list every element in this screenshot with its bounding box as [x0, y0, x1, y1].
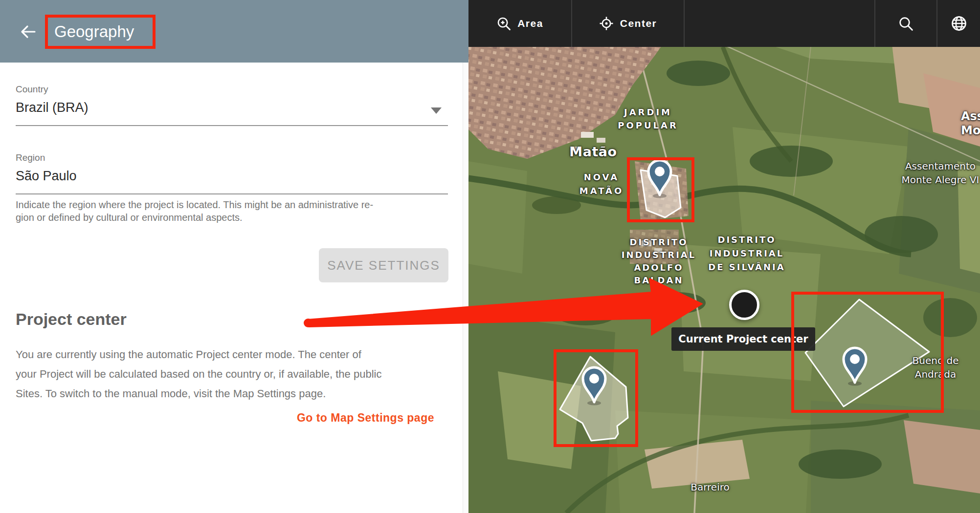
center-button-label: Center [620, 18, 657, 29]
country-label: Country [16, 84, 48, 95]
search-icon [898, 16, 913, 31]
label-distrito-silvania: INDUSTRIAL [710, 248, 784, 258]
center-button[interactable]: Center [572, 0, 684, 47]
label-distrito-baldan: INDUSTRIAL [622, 250, 696, 260]
country-underline [16, 125, 448, 126]
title-annotation-box: Geography [45, 15, 156, 49]
search-button[interactable] [875, 0, 935, 47]
label-distrito-silvania: DISTRITO [717, 235, 776, 245]
project-center-heading: Project center [16, 310, 127, 329]
label-assentamento-monte-alegre: Assentamento [905, 160, 976, 172]
project-center-line1: You are currently using the automatic Pr… [16, 348, 361, 361]
panel-header: Geography [0, 0, 468, 63]
region-input-value[interactable]: São Paulo [16, 169, 77, 184]
region-helper-line1: Indicate the region where the project is… [16, 199, 373, 210]
label-assentamento-clipped: Assen [961, 109, 980, 123]
project-center-line3: Sites. To switch to the manual mode, vis… [16, 387, 326, 400]
annotation-box-site-southwest [554, 349, 638, 447]
back-button[interactable] [19, 22, 37, 41]
chevron-down-icon[interactable] [431, 107, 442, 114]
label-barreiro: Barreiro [690, 481, 730, 493]
settings-panel: Geography Country Brazil (BRA) Region Sã… [0, 0, 468, 513]
zoom-area-icon [496, 16, 511, 31]
label-distrito-baldan: BALDAN [634, 275, 683, 285]
project-center-tooltip-text: Current Project center [678, 333, 808, 345]
label-nova-matao: NOVA [584, 172, 620, 182]
map-toolbar: Area Center [468, 0, 980, 47]
region-helper-text: Indicate the region where the project is… [16, 198, 464, 224]
project-center-description: You are currently using the automatic Pr… [16, 345, 451, 404]
area-button[interactable]: Area [468, 0, 571, 47]
go-to-map-settings-link[interactable]: Go to Map Settings page [297, 411, 434, 425]
region-label: Region [16, 152, 45, 163]
label-assentamento-clipped: Mont [961, 124, 980, 137]
toolbar-separator [684, 0, 685, 47]
project-center-line2: your Project will be calculated based on… [16, 368, 381, 380]
annotation-box-site-north [627, 157, 694, 222]
annotation-box-site-east [791, 292, 944, 413]
country-select-value[interactable]: Brazil (BRA) [16, 100, 89, 115]
area-button-label: Area [517, 18, 543, 29]
target-center-icon [599, 16, 614, 31]
label-distrito-silvania: DE SILVÂNIA [708, 262, 785, 272]
label-jardim-popular: POPULAR [618, 120, 678, 130]
region-helper-line2: gion or defined by cultural or environme… [16, 212, 243, 223]
label-distrito-baldan: ADOLFO [634, 262, 683, 273]
project-center-marker [729, 290, 759, 320]
label-assentamento-monte-alegre: Monte Alegre VI [902, 174, 980, 186]
label-nova-matao: MATÃO [579, 186, 624, 196]
globe-button[interactable] [937, 0, 980, 47]
geography-settings-screen: Geography Country Brazil (BRA) Region Sã… [0, 0, 980, 513]
label-distrito-baldan: DISTRITO [629, 237, 688, 247]
page-title: Geography [48, 22, 134, 41]
save-settings-button[interactable]: SAVE SETTINGS [319, 248, 448, 282]
arrow-left-icon [19, 22, 37, 41]
globe-icon [951, 15, 967, 32]
map-viewport[interactable]: Area Center [468, 0, 980, 513]
label-matao: Matão [569, 144, 617, 159]
region-underline [16, 193, 448, 194]
label-jardim-popular: JARDIM [624, 107, 672, 117]
